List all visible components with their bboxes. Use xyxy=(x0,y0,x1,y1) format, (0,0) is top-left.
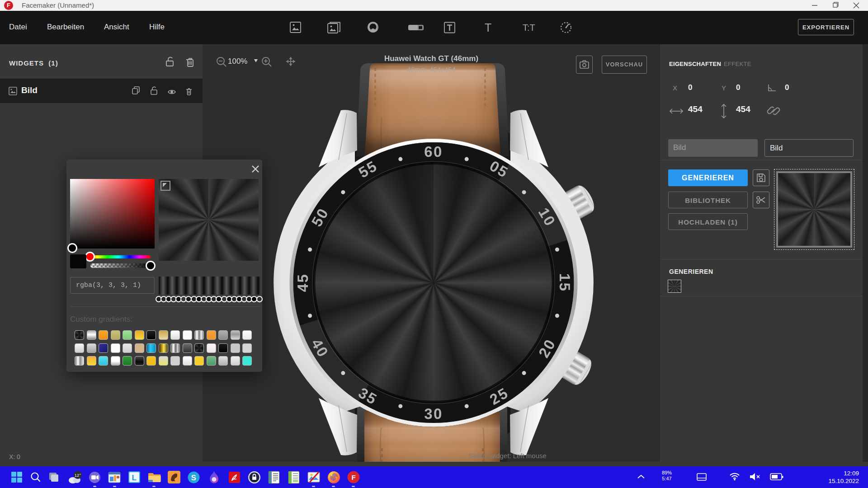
svg-text:S: S xyxy=(191,474,196,482)
svg-text:60: 60 xyxy=(424,143,443,160)
svg-text:45: 45 xyxy=(294,273,311,292)
svg-text:15: 15 xyxy=(557,273,573,292)
svg-text:12°: 12° xyxy=(75,473,81,478)
svg-text:L: L xyxy=(132,474,137,482)
svg-text:T:T: T:T xyxy=(523,23,535,33)
svg-text:F: F xyxy=(351,474,355,481)
svg-text:30: 30 xyxy=(424,405,443,422)
svg-text:T: T xyxy=(485,21,491,34)
